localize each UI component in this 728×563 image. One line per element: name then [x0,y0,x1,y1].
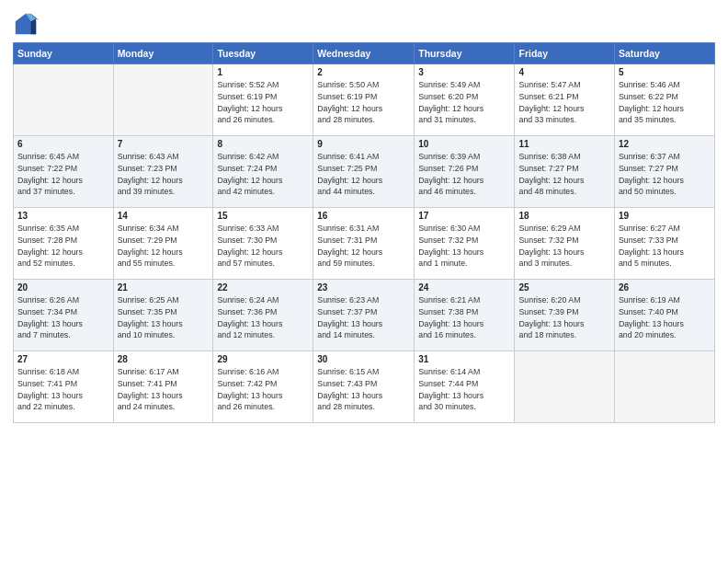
calendar-cell: 22Sunrise: 6:24 AMSunset: 7:36 PMDayligh… [213,280,313,351]
day-number: 5 [619,67,711,77]
day-info: Sunrise: 6:25 AMSunset: 7:35 PMDaylight:… [118,294,210,341]
calendar-cell: 7Sunrise: 6:43 AMSunset: 7:23 PMDaylight… [113,136,213,208]
day-info: Sunrise: 5:47 AMSunset: 6:21 PMDaylight:… [518,79,609,126]
day-info: Sunrise: 5:49 AMSunset: 6:20 PMDaylight:… [418,79,510,126]
calendar-table: SundayMondayTuesdayWednesdayThursdayFrid… [13,42,715,423]
calendar-cell: 20Sunrise: 6:26 AMSunset: 7:34 PMDayligh… [14,280,114,351]
day-info: Sunrise: 6:38 AMSunset: 7:27 PMDaylight:… [518,151,609,198]
day-number: 12 [619,139,711,149]
calendar-cell: 25Sunrise: 6:20 AMSunset: 7:39 PMDayligh… [515,280,614,351]
calendar-cell: 24Sunrise: 6:21 AMSunset: 7:38 PMDayligh… [415,280,515,351]
day-info: Sunrise: 6:37 AMSunset: 7:27 PMDaylight:… [619,151,711,198]
calendar-cell: 11Sunrise: 6:38 AMSunset: 7:27 PMDayligh… [515,136,614,208]
day-info: Sunrise: 6:27 AMSunset: 7:33 PMDaylight:… [619,223,711,270]
calendar-cell: 10Sunrise: 6:39 AMSunset: 7:26 PMDayligh… [415,136,515,208]
day-info: Sunrise: 6:31 AMSunset: 7:31 PMDaylight:… [317,223,410,270]
calendar-cell: 6Sunrise: 6:45 AMSunset: 7:22 PMDaylight… [14,136,114,208]
weekday-header: Sunday [14,43,114,64]
day-number: 4 [518,67,609,77]
day-number: 16 [317,211,410,221]
day-info: Sunrise: 6:45 AMSunset: 7:22 PMDaylight:… [17,151,109,198]
day-number: 24 [418,282,510,293]
calendar-cell: 30Sunrise: 6:15 AMSunset: 7:43 PMDayligh… [313,351,415,423]
day-info: Sunrise: 6:15 AMSunset: 7:43 PMDaylight:… [317,366,410,413]
calendar-cell: 28Sunrise: 6:17 AMSunset: 7:41 PMDayligh… [113,351,213,423]
day-info: Sunrise: 6:34 AMSunset: 7:29 PMDaylight:… [118,223,210,270]
weekday-header: Thursday [415,43,515,64]
calendar-cell [614,351,714,423]
day-number: 11 [518,139,609,149]
calendar-row: 6Sunrise: 6:45 AMSunset: 7:22 PMDaylight… [14,136,715,208]
day-info: Sunrise: 5:52 AMSunset: 6:19 PMDaylight:… [217,79,309,126]
calendar-cell: 9Sunrise: 6:41 AMSunset: 7:25 PMDaylight… [313,136,415,208]
day-info: Sunrise: 6:24 AMSunset: 7:36 PMDaylight:… [217,294,309,341]
day-number: 25 [518,282,609,293]
calendar-cell: 12Sunrise: 6:37 AMSunset: 7:27 PMDayligh… [614,136,714,208]
day-number: 22 [217,282,309,293]
day-info: Sunrise: 6:16 AMSunset: 7:42 PMDaylight:… [217,366,309,413]
day-info: Sunrise: 6:23 AMSunset: 7:37 PMDaylight:… [317,294,410,341]
day-info: Sunrise: 6:29 AMSunset: 7:32 PMDaylight:… [518,223,609,270]
calendar-cell: 8Sunrise: 6:42 AMSunset: 7:24 PMDaylight… [213,136,313,208]
calendar-cell [14,64,114,136]
day-number: 21 [118,282,210,293]
weekday-header: Friday [515,43,614,64]
day-info: Sunrise: 6:17 AMSunset: 7:41 PMDaylight:… [118,366,210,413]
calendar-cell: 18Sunrise: 6:29 AMSunset: 7:32 PMDayligh… [515,208,614,280]
calendar-cell: 1Sunrise: 5:52 AMSunset: 6:19 PMDaylight… [213,64,313,136]
day-info: Sunrise: 6:18 AMSunset: 7:41 PMDaylight:… [17,366,109,413]
day-number: 9 [317,139,410,149]
day-number: 8 [217,139,309,149]
calendar-cell: 29Sunrise: 6:16 AMSunset: 7:42 PMDayligh… [213,351,313,423]
page: SundayMondayTuesdayWednesdayThursdayFrid… [0,0,728,563]
day-info: Sunrise: 6:35 AMSunset: 7:28 PMDaylight:… [17,223,109,270]
calendar-cell: 4Sunrise: 5:47 AMSunset: 6:21 PMDaylight… [515,64,614,136]
calendar-cell [515,351,614,423]
day-info: Sunrise: 6:26 AMSunset: 7:34 PMDaylight:… [17,294,109,341]
calendar-cell: 3Sunrise: 5:49 AMSunset: 6:20 PMDaylight… [415,64,515,136]
weekday-header: Tuesday [213,43,313,64]
calendar-cell: 19Sunrise: 6:27 AMSunset: 7:33 PMDayligh… [614,208,714,280]
day-number: 15 [217,211,309,221]
day-number: 2 [317,67,410,77]
calendar-cell: 16Sunrise: 6:31 AMSunset: 7:31 PMDayligh… [313,208,415,280]
day-info: Sunrise: 6:39 AMSunset: 7:26 PMDaylight:… [418,151,510,198]
weekday-header: Monday [113,43,213,64]
day-number: 27 [17,354,109,364]
header [13,11,715,37]
day-info: Sunrise: 5:46 AMSunset: 6:22 PMDaylight:… [619,79,711,126]
calendar-cell: 17Sunrise: 6:30 AMSunset: 7:32 PMDayligh… [415,208,515,280]
calendar-row: 20Sunrise: 6:26 AMSunset: 7:34 PMDayligh… [14,280,715,351]
day-number: 7 [118,139,210,149]
day-number: 23 [317,282,410,293]
day-number: 31 [418,354,510,364]
day-number: 30 [317,354,410,364]
calendar-cell: 23Sunrise: 6:23 AMSunset: 7:37 PMDayligh… [313,280,415,351]
day-info: Sunrise: 6:21 AMSunset: 7:38 PMDaylight:… [418,294,510,341]
day-number: 6 [17,139,109,149]
day-number: 13 [17,211,109,221]
calendar-cell [113,64,213,136]
calendar-cell: 21Sunrise: 6:25 AMSunset: 7:35 PMDayligh… [113,280,213,351]
day-info: Sunrise: 6:41 AMSunset: 7:25 PMDaylight:… [317,151,410,198]
day-info: Sunrise: 6:19 AMSunset: 7:40 PMDaylight:… [619,294,711,341]
day-number: 17 [418,211,510,221]
calendar-header-row: SundayMondayTuesdayWednesdayThursdayFrid… [14,43,715,64]
logo [13,11,42,37]
calendar-row: 13Sunrise: 6:35 AMSunset: 7:28 PMDayligh… [14,208,715,280]
calendar-cell: 27Sunrise: 6:18 AMSunset: 7:41 PMDayligh… [14,351,114,423]
day-number: 26 [619,282,711,293]
calendar-cell: 5Sunrise: 5:46 AMSunset: 6:22 PMDaylight… [614,64,714,136]
day-number: 14 [118,211,210,221]
day-number: 29 [217,354,309,364]
day-number: 3 [418,67,510,77]
day-info: Sunrise: 6:20 AMSunset: 7:39 PMDaylight:… [518,294,609,341]
day-number: 19 [619,211,711,221]
day-number: 1 [217,67,309,77]
calendar-row: 27Sunrise: 6:18 AMSunset: 7:41 PMDayligh… [14,351,715,423]
calendar-cell: 13Sunrise: 6:35 AMSunset: 7:28 PMDayligh… [14,208,114,280]
calendar-cell: 26Sunrise: 6:19 AMSunset: 7:40 PMDayligh… [614,280,714,351]
day-info: Sunrise: 6:43 AMSunset: 7:23 PMDaylight:… [118,151,210,198]
weekday-header: Wednesday [313,43,415,64]
calendar-cell: 14Sunrise: 6:34 AMSunset: 7:29 PMDayligh… [113,208,213,280]
